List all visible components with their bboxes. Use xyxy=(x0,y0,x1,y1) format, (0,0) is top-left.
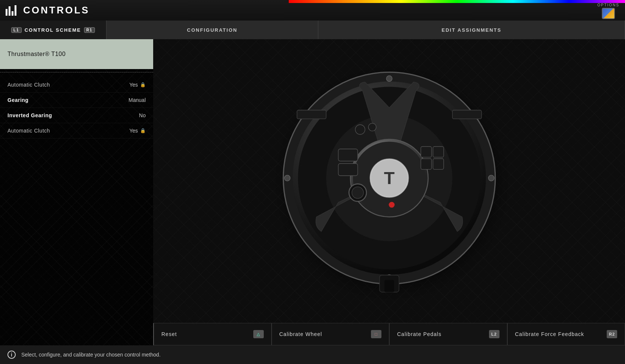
svg-point-26 xyxy=(284,175,290,181)
config-label-3: Automatic Clutch xyxy=(7,128,50,134)
info-icon: i xyxy=(7,351,16,359)
svg-rect-22 xyxy=(297,110,326,119)
logo-bar-3 xyxy=(12,11,13,16)
config-item-0[interactable]: Automatic Clutch Yes 🔒 xyxy=(0,77,153,93)
options-label: OPTIONS xyxy=(597,3,619,7)
bottom-info-bar: i Select, configure, and calibrate your … xyxy=(0,345,625,364)
svg-point-21 xyxy=(389,202,395,208)
steering-wheel-svg: T xyxy=(268,62,511,304)
calibrate-wheel-button[interactable]: Calibrate Wheel □ xyxy=(272,323,390,345)
svg-text:T: T xyxy=(384,168,395,188)
logo-bars xyxy=(6,5,16,16)
reset-button[interactable]: Reset △ xyxy=(153,323,272,345)
svg-rect-15 xyxy=(421,159,431,169)
svg-rect-16 xyxy=(433,159,444,169)
calibrate-wheel-label: Calibrate Wheel xyxy=(279,331,322,337)
svg-point-17 xyxy=(355,125,365,134)
tab-control-scheme-label: CONTROL SCHEME xyxy=(25,27,81,33)
steering-wheel-background: T xyxy=(153,39,625,327)
options-icon xyxy=(602,8,615,19)
svg-rect-13 xyxy=(421,147,431,158)
tab-configuration[interactable]: CONFIGURATION xyxy=(106,21,319,39)
action-buttons: Reset △ Calibrate Wheel □ Calibrate Peda… xyxy=(153,323,625,345)
scheme-separator xyxy=(0,72,153,72)
calibrate-force-badge: R2 xyxy=(607,330,617,338)
logo: CONTROLS xyxy=(0,4,90,16)
config-label-0: Automatic Clutch xyxy=(7,82,50,88)
config-value-3: Yes 🔒 xyxy=(129,128,146,134)
options-button[interactable]: OPTIONS xyxy=(597,3,619,19)
config-item-1[interactable]: Gearing Manual xyxy=(0,93,153,108)
info-text: Select, configure, and calibrate your ch… xyxy=(21,352,161,358)
config-value-1: Manual xyxy=(129,97,146,103)
left-panel: Thrustmaster® T100 Automatic Clutch Yes … xyxy=(0,39,153,345)
logo-bar-2 xyxy=(9,6,10,16)
svg-point-18 xyxy=(368,123,376,131)
tab-control-scheme[interactable]: L1 CONTROL SCHEME R1 xyxy=(0,21,106,39)
calibrate-pedals-button[interactable]: Calibrate Pedals L2 xyxy=(389,323,507,345)
reset-badge: △ xyxy=(253,330,264,338)
svg-rect-14 xyxy=(433,147,444,158)
wheel-container: T xyxy=(268,62,511,304)
calibrate-force-label: Calibrate Force Feedback xyxy=(515,331,584,337)
svg-point-27 xyxy=(488,175,494,181)
svg-rect-11 xyxy=(338,149,358,161)
tab-edit-assignments[interactable]: EDIT ASSIGNMENTS xyxy=(318,21,625,39)
config-label-2: Inverted Gearing xyxy=(7,112,52,118)
lock-icon-0: 🔒 xyxy=(140,82,146,87)
svg-point-20 xyxy=(352,187,363,198)
page-title: CONTROLS xyxy=(23,4,90,16)
svg-rect-29 xyxy=(384,280,394,292)
calibrate-force-button[interactable]: Calibrate Force Feedback R2 xyxy=(507,323,625,345)
config-label-1: Gearing xyxy=(7,97,28,103)
header: CONTROLS OPTIONS xyxy=(0,0,625,21)
calibrate-pedals-badge: L2 xyxy=(489,330,499,338)
config-list: Automatic Clutch Yes 🔒 Gearing Manual In… xyxy=(0,75,153,140)
scheme-name: Thrustmaster® T100 xyxy=(7,51,66,57)
logo-bar-1 xyxy=(6,9,7,16)
calibrate-wheel-badge: □ xyxy=(371,330,381,338)
main-content: T xyxy=(153,39,625,327)
config-item-3[interactable]: Automatic Clutch Yes 🔒 xyxy=(0,123,153,139)
l1-badge: L1 xyxy=(11,27,22,33)
calibrate-pedals-label: Calibrate Pedals xyxy=(397,331,442,337)
config-value-0: Yes 🔒 xyxy=(129,82,146,88)
svg-point-24 xyxy=(386,76,392,82)
svg-rect-23 xyxy=(452,110,482,119)
config-value-2: No xyxy=(139,112,146,118)
selected-scheme[interactable]: Thrustmaster® T100 xyxy=(0,39,153,69)
tab-edit-assignments-label: EDIT ASSIGNMENTS xyxy=(442,27,501,33)
lock-icon-3: 🔒 xyxy=(140,128,146,133)
rainbow-bar xyxy=(289,0,625,3)
tab-configuration-label: CONFIGURATION xyxy=(187,27,238,33)
nav-tabs: L1 CONTROL SCHEME R1 CONFIGURATION EDIT … xyxy=(0,21,625,39)
r1-badge: R1 xyxy=(84,27,95,33)
logo-bar-4 xyxy=(15,5,16,16)
config-item-2[interactable]: Inverted Gearing No xyxy=(0,108,153,123)
reset-label: Reset xyxy=(161,331,177,337)
svg-rect-12 xyxy=(338,164,358,176)
